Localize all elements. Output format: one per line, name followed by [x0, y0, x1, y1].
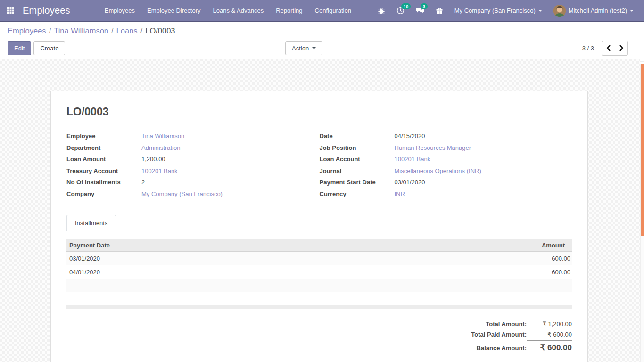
grid-icon	[7, 7, 14, 14]
breadcrumb-employees[interactable]: Employees	[8, 26, 46, 35]
field-label-journal: Journal	[320, 166, 389, 178]
grants-gift-icon[interactable]	[430, 0, 449, 21]
field-label-no-of-installments: No Of Installments	[66, 177, 136, 189]
edit-button[interactable]: Edit	[8, 41, 31, 55]
breadcrumb: Employees/Tina Williamson/Loans/LO/0003	[8, 26, 636, 35]
create-button[interactable]: Create	[33, 41, 65, 55]
breadcrumb-separator: /	[108, 26, 116, 35]
balance-amount-row: Balance Amount: ₹ 600.00	[477, 340, 572, 353]
vertical-scrollbar-thumb[interactable]	[641, 64, 644, 236]
field-label-loan-amount: Loan Amount	[66, 154, 136, 166]
field-value-company[interactable]: My Company (San Francisco)	[136, 189, 223, 199]
notebook-tabs: Installments	[66, 215, 572, 231]
chevron-down-icon	[312, 47, 316, 49]
field-value-currency[interactable]: INR	[389, 189, 405, 199]
pager-next-button[interactable]	[615, 41, 628, 56]
field-label-payment-start-date: Payment Start Date	[320, 177, 389, 189]
field-value-job-position[interactable]: Human Resources Manager	[389, 143, 471, 153]
chevron-left-icon	[606, 45, 611, 51]
company-switcher[interactable]: My Company (San Francisco)	[449, 0, 548, 21]
menu-loans-advances[interactable]: Loans & Advances	[207, 0, 270, 21]
apps-menu-icon[interactable]	[0, 0, 21, 22]
activities-count-badge: 10	[401, 3, 411, 9]
installments-table: Payment Date Amount 03/01/2020 600.00 04…	[66, 239, 572, 309]
tab-installments[interactable]: Installments	[66, 215, 116, 231]
field-label-treasury-account: Treasury Account	[66, 166, 136, 178]
field-value-journal[interactable]: Miscellaneous Operations (INR)	[389, 166, 481, 176]
table-empty-row	[66, 292, 572, 305]
field-columns: EmployeeTina Williamson DepartmentAdmini…	[66, 131, 572, 200]
breadcrumb-separator: /	[46, 26, 54, 35]
main-menu: Employees Employee Directory Loans & Adv…	[99, 0, 357, 21]
top-navbar: Employees Employees Employee Directory L…	[0, 0, 644, 22]
action-label: Action	[292, 45, 309, 52]
control-panel: Employees/Tina Williamson/Loans/LO/0003 …	[0, 22, 644, 61]
total-paid-amount-value: ₹ 600.00	[527, 331, 572, 338]
breadcrumb-separator: /	[138, 26, 146, 35]
cell-amount: 600.00	[340, 269, 572, 276]
field-column-left: EmployeeTina Williamson DepartmentAdmini…	[66, 131, 319, 200]
menu-employee-directory[interactable]: Employee Directory	[141, 0, 206, 21]
pager-buttons	[602, 41, 628, 56]
menu-reporting[interactable]: Reporting	[270, 0, 308, 21]
app-title[interactable]: Employees	[21, 5, 77, 16]
messages-count-badge: 3	[421, 3, 428, 9]
pager: 3 / 3	[582, 41, 636, 56]
field-label-currency: Currency	[320, 189, 389, 201]
field-label-date: Date	[320, 131, 389, 143]
messages-chat-icon[interactable]: 3	[410, 0, 430, 21]
form-sheet: LO/0003 EmployeeTina Williamson Departme…	[50, 91, 588, 362]
total-amount-value: ₹ 1,200.00	[527, 321, 572, 328]
cell-payment-date: 04/01/2020	[66, 269, 340, 276]
menu-configuration[interactable]: Configuration	[309, 0, 357, 21]
breadcrumb-tina-williamson[interactable]: Tina Williamson	[54, 26, 108, 35]
user-menu[interactable]: Mitchell Admin (test2)	[548, 0, 639, 21]
column-header-payment-date[interactable]: Payment Date	[66, 239, 340, 251]
field-value-treasury-account[interactable]: 100201 Bank	[136, 166, 178, 176]
field-label-department: Department	[66, 143, 136, 155]
navbar-systray: 10 3 My Company (San Francisco)	[372, 0, 644, 21]
chevron-down-icon	[538, 10, 542, 12]
field-label-employee: Employee	[66, 131, 136, 143]
field-value-employee[interactable]: Tina Williamson	[136, 131, 184, 141]
table-row[interactable]: 03/01/2020 600.00	[66, 252, 572, 265]
breadcrumb-current: LO/0003	[145, 26, 175, 35]
table-row[interactable]: 04/01/2020 600.00	[66, 265, 572, 279]
field-value-loan-amount: 1,200.00	[136, 154, 165, 164]
chevron-right-icon	[619, 45, 624, 51]
field-column-right: Date04/15/2020 Job PositionHuman Resourc…	[320, 131, 572, 200]
field-value-department[interactable]: Administration	[136, 143, 180, 153]
cell-amount: 600.00	[340, 255, 572, 262]
record-title: LO/0003	[66, 106, 572, 118]
field-value-no-of-installments: 2	[136, 177, 145, 187]
column-header-amount[interactable]: Amount	[340, 239, 572, 251]
company-name: My Company (San Francisco)	[454, 7, 536, 14]
total-paid-amount-label: Total Paid Amount:	[471, 331, 527, 338]
total-amount-label: Total Amount:	[486, 321, 527, 328]
field-label-loan-account: Loan Account	[320, 154, 389, 166]
total-paid-amount-row: Total Paid Amount: ₹ 600.00	[471, 331, 572, 338]
field-label-company: Company	[66, 189, 136, 201]
balance-amount-value: ₹ 600.00	[527, 340, 572, 353]
action-dropdown-button[interactable]: Action	[285, 41, 322, 55]
totals-summary: Total Amount: ₹ 1,200.00 Total Paid Amou…	[66, 321, 572, 356]
activities-clock-icon[interactable]: 10	[391, 0, 410, 21]
vertical-scrollbar-track[interactable]	[640, 64, 644, 362]
control-panel-buttons-row: Edit Create Action 3 / 3	[8, 41, 636, 56]
field-value-loan-account[interactable]: 100201 Bank	[389, 154, 431, 164]
field-label-job-position: Job Position	[320, 143, 389, 155]
field-value-date: 04/15/2020	[389, 131, 425, 141]
total-amount-row: Total Amount: ₹ 1,200.00	[486, 321, 572, 328]
table-footer-band	[66, 305, 572, 309]
avatar	[553, 5, 566, 17]
pager-previous-button[interactable]	[602, 41, 615, 56]
breadcrumb-loans[interactable]: Loans	[116, 26, 138, 35]
debug-bug-icon[interactable]	[372, 0, 391, 21]
field-value-payment-start-date: 03/01/2020	[389, 177, 425, 187]
chevron-down-icon	[630, 10, 634, 12]
form-view-background: LO/0003 EmployeeTina Williamson Departme…	[0, 59, 640, 362]
table-empty-row	[66, 279, 572, 292]
menu-employees[interactable]: Employees	[99, 0, 141, 21]
balance-amount-label: Balance Amount:	[477, 345, 527, 352]
user-name: Mitchell Admin (test2)	[569, 7, 627, 14]
